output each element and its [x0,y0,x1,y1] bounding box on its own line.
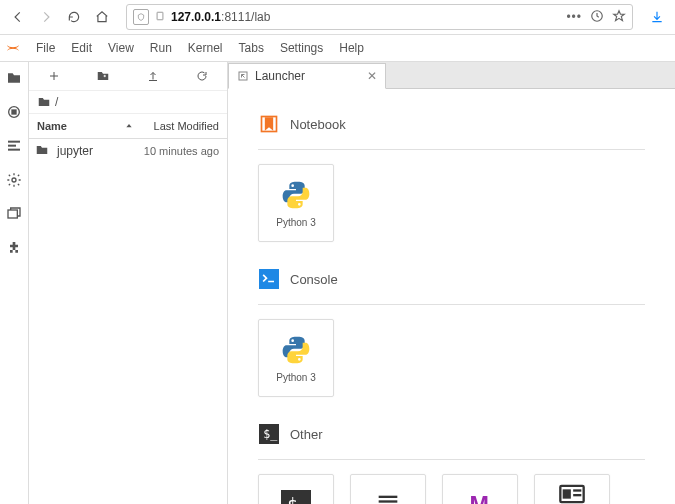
menu-tabs[interactable]: Tabs [231,41,272,55]
folder-icon [35,143,51,160]
folder-icon [37,95,51,109]
rail-filebrowser-icon[interactable] [6,70,22,86]
page-info-icon [155,10,165,25]
col-name[interactable]: Name [29,120,125,132]
svg-rect-8 [8,210,17,218]
rail-tabs-icon[interactable] [6,206,22,222]
nav-reload-button[interactable] [62,5,86,29]
rail-commands-icon[interactable] [6,138,22,154]
upload-button[interactable] [144,67,162,85]
app-menu-bar: File Edit View Run Kernel Tabs Settings … [0,35,675,62]
other-card-help[interactable]: Show Contextual Help [534,474,610,504]
svg-rect-0 [157,12,163,20]
svg-rect-4 [8,141,20,143]
download-icon[interactable] [645,5,669,29]
card-label: Python 3 [274,217,317,228]
other-section-icon: $_ [258,423,280,445]
tab-bar: Launcher ✕ [228,62,675,89]
file-browser: / Name Last Modified jupyter 10 minutes … [29,62,228,504]
new-folder-button[interactable] [94,67,112,85]
python-icon [280,334,312,366]
svg-rect-5 [8,145,16,147]
tab-label: Launcher [255,69,305,83]
svg-text:$_: $_ [287,495,309,504]
tab-close-button[interactable]: ✕ [367,69,377,83]
notebook-section-icon [258,113,280,135]
svg-rect-3 [12,110,16,114]
terminal-icon: $_ [280,489,312,505]
section-title: Console [290,272,338,287]
section-title: Notebook [290,117,346,132]
notebook-card-python3[interactable]: Python 3 [258,164,334,242]
svg-rect-23 [573,489,581,491]
file-modified: 10 minutes ago [129,145,227,157]
rail-settings-icon[interactable] [6,172,22,188]
tab-launcher[interactable]: Launcher ✕ [228,63,386,89]
section-other: $_ Other $_ Terminal Text File M Ma [258,423,645,504]
menu-edit[interactable]: Edit [63,41,100,55]
svg-rect-17 [379,500,398,502]
rail-extension-icon[interactable] [6,240,22,256]
breadcrumb-root: / [55,95,58,109]
jupyter-logo-icon [4,39,22,57]
contextual-help-icon [556,478,588,505]
file-name: jupyter [57,144,129,158]
refresh-button[interactable] [193,67,211,85]
browser-toolbar: 127.0.0.1:8111/lab ••• [0,0,675,35]
other-card-textfile[interactable]: Text File [350,474,426,504]
shield-icon [133,9,149,25]
bookmark-icon[interactable] [612,9,626,26]
svg-rect-22 [563,489,571,498]
card-label: Python 3 [274,372,317,383]
nav-forward-button[interactable] [34,5,58,29]
file-browser-toolbar [29,62,227,91]
markdown-icon: M [464,489,496,505]
breadcrumb[interactable]: / [29,91,227,114]
col-modified[interactable]: Last Modified [133,120,227,132]
launcher-panel: Notebook Python 3 Console [228,89,675,504]
other-card-markdown[interactable]: M Markdown File [442,474,518,504]
menu-run[interactable]: Run [142,41,180,55]
nav-home-button[interactable] [90,5,114,29]
svg-point-7 [12,178,16,182]
file-row[interactable]: jupyter 10 minutes ago [29,139,227,163]
section-notebook: Notebook Python 3 [258,113,645,242]
menu-kernel[interactable]: Kernel [180,41,231,55]
svg-rect-24 [573,494,581,496]
console-section-icon [258,268,280,290]
rail-running-icon[interactable] [6,104,22,120]
other-card-terminal[interactable]: $_ Terminal [258,474,334,504]
main-content: Launcher ✕ Notebook Python 3 [228,62,675,504]
more-icon[interactable]: ••• [566,10,582,24]
svg-rect-11 [259,269,279,289]
python-icon [280,179,312,211]
menu-help[interactable]: Help [331,41,372,55]
svg-text:M: M [470,492,489,504]
activity-bar [0,62,29,504]
svg-text:$_: $_ [263,427,278,441]
file-list-header: Name Last Modified [29,114,227,139]
launcher-tab-icon [237,70,249,82]
svg-rect-16 [379,495,398,497]
nav-back-button[interactable] [6,5,30,29]
section-console: Console Python 3 [258,268,645,397]
url-bar[interactable]: 127.0.0.1:8111/lab ••• [126,4,633,30]
console-card-python3[interactable]: Python 3 [258,319,334,397]
reader-icon[interactable] [590,9,604,26]
sort-asc-icon [125,122,133,130]
menu-view[interactable]: View [100,41,142,55]
section-title: Other [290,427,323,442]
new-launcher-button[interactable] [45,67,63,85]
textfile-icon [372,489,404,505]
menu-settings[interactable]: Settings [272,41,331,55]
menu-file[interactable]: File [28,41,63,55]
svg-rect-6 [8,149,20,151]
url-host: 127.0.0.1:8111/lab [171,10,270,24]
